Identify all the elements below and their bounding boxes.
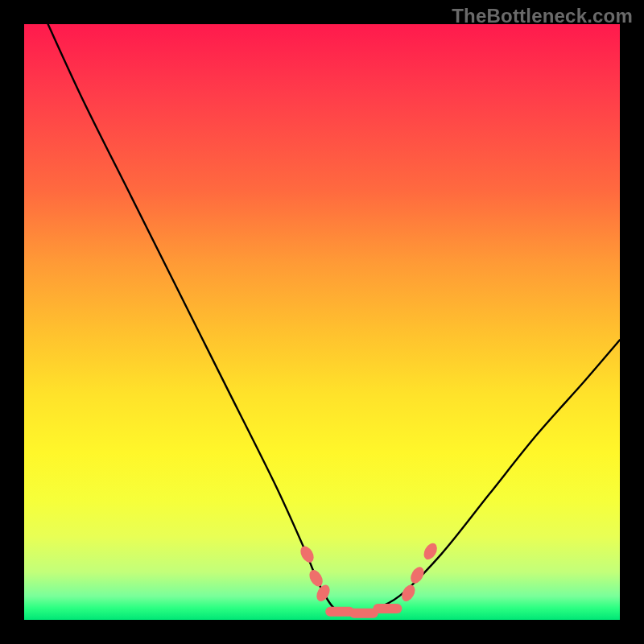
curve-marker	[373, 604, 402, 613]
watermark-text: TheBottleneck.com	[452, 5, 633, 27]
curve-marker	[408, 564, 427, 585]
marker-group	[298, 541, 440, 618]
outer-frame: TheBottleneck.com	[0, 0, 644, 644]
curve-marker	[298, 544, 316, 565]
plot-area	[24, 24, 620, 620]
curve-marker	[307, 568, 325, 588]
chart-svg	[24, 24, 620, 620]
bottleneck-curve	[48, 24, 620, 614]
